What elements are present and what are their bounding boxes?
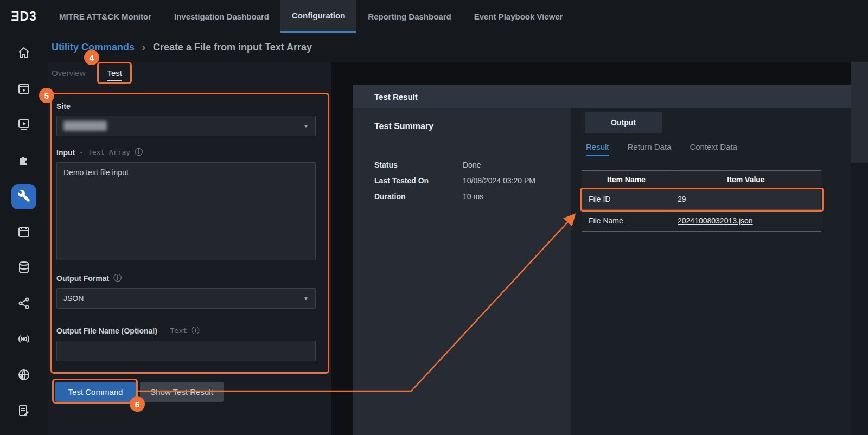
scrollbar-thumb[interactable] <box>851 62 868 163</box>
header-item-name: Item Name <box>582 171 671 188</box>
sidebar-item-playbooks[interactable] <box>0 107 48 143</box>
output-format-label-row: Output Format ⓘ <box>56 273 122 283</box>
sidebar-item-home[interactable] <box>0 36 48 72</box>
site-selected-value-redacted <box>63 121 107 131</box>
sidebar-item-user-access[interactable] <box>0 358 48 394</box>
wrench-icon <box>17 189 30 204</box>
duration-value: 10 ms <box>463 192 483 201</box>
info-icon[interactable]: ⓘ <box>192 325 200 336</box>
video-library-icon <box>17 118 30 133</box>
last-tested-value: 10/08/2024 03:20 PM <box>463 176 535 185</box>
input-label-row: Input - Text Array ⓘ <box>56 147 143 157</box>
summary-row-status: Status Done <box>374 161 535 169</box>
sidebar-item-broadcast[interactable] <box>0 322 48 358</box>
file-id-value-cell: 29 <box>671 189 821 209</box>
share-nodes-icon <box>17 297 30 312</box>
result-table: Item Name Item Value File ID 29 File Nam… <box>582 170 821 232</box>
last-tested-label: Last Tested On <box>374 176 463 185</box>
form-tabs: Overview Test <box>52 68 122 81</box>
result-table-header: Item Name Item Value <box>582 171 821 189</box>
breadcrumb-separator-icon: › <box>142 42 145 53</box>
sidebar-item-data[interactable] <box>0 251 48 286</box>
step-badge-5: 5 <box>39 88 54 103</box>
test-result-header: Test Result <box>353 85 868 108</box>
info-icon[interactable]: ⓘ <box>113 273 122 283</box>
subtab-return-data[interactable]: Return Data <box>628 142 672 156</box>
report-edit-icon <box>17 404 30 419</box>
nav-item-investigation-dashboard[interactable]: Investigation Dashboard <box>163 0 280 33</box>
puzzle-icon <box>17 153 30 169</box>
header-item-value: Item Value <box>671 171 821 188</box>
subtab-result[interactable]: Result <box>586 142 609 156</box>
file-name-value-cell: 20241008032013.json <box>671 210 821 231</box>
app-window: ƎD3 MITRE ATT&CK Monitor Investigation D… <box>0 0 868 435</box>
step-badge-6: 6 <box>130 396 145 412</box>
d3-logo: ƎD3 <box>0 0 48 33</box>
test-command-button[interactable]: Test Command <box>55 382 136 402</box>
nav-item-mitre-attck-monitor[interactable]: MITRE ATT&CK Monitor <box>48 0 163 33</box>
file-name-name-cell: File Name <box>582 210 671 231</box>
output-format-selected-value: JSON <box>63 294 84 303</box>
step-badge-4: 4 <box>84 50 99 65</box>
info-icon[interactable]: ⓘ <box>135 147 143 157</box>
calendar-icon <box>17 225 30 240</box>
output-format-label: Output Format <box>56 274 109 283</box>
chevron-down-icon: ▼ <box>303 296 309 302</box>
utilities-active-highlight <box>11 184 36 209</box>
tab-overview[interactable]: Overview <box>52 68 86 81</box>
sidebar-item-utilities[interactable] <box>0 179 48 215</box>
top-nav: ƎD3 MITRE ATT&CK Monitor Investigation D… <box>0 0 868 33</box>
duration-label: Duration <box>374 192 463 201</box>
breadcrumb: Utility Commands › Create a File from in… <box>48 33 868 62</box>
tab-output[interactable]: Output <box>585 112 662 133</box>
nav-item-reporting-dashboard[interactable]: Reporting Dashboard <box>356 0 462 33</box>
test-summary-title: Test Summary <box>374 121 433 131</box>
user-globe-icon <box>17 368 30 383</box>
broadcast-icon <box>17 332 30 348</box>
sidebar-item-calendar[interactable] <box>0 215 48 251</box>
test-summary-region <box>353 108 571 435</box>
output-file-type-hint: - Text <box>162 327 187 335</box>
site-select[interactable]: ▼ <box>56 116 316 136</box>
subtab-context-data[interactable]: Context Data <box>690 142 737 156</box>
home-icon <box>17 46 30 61</box>
output-subtabs: Result Return Data Context Data <box>586 142 737 156</box>
summary-row-duration: Duration 10 ms <box>374 192 535 201</box>
test-summary-rows: Status Done Last Tested On 10/08/2024 03… <box>374 161 535 201</box>
status-label: Status <box>374 161 463 169</box>
schedule-play-icon <box>17 82 30 97</box>
output-file-name-input[interactable] <box>56 341 316 361</box>
sidebar-item-integrations[interactable] <box>0 143 48 179</box>
file-name-link[interactable]: 20241008032013.json <box>678 216 753 225</box>
sidebar-item-reports[interactable] <box>0 394 48 430</box>
output-file-label-row: Output File Name (Optional) - Text ⓘ <box>56 325 200 336</box>
chevron-down-icon: ▼ <box>303 123 309 129</box>
output-file-name-label: Output File Name (Optional) <box>56 327 157 335</box>
nav-item-event-playbook-viewer[interactable]: Event Playbook Viewer <box>463 0 575 33</box>
sidebar-item-connections[interactable] <box>0 286 48 322</box>
input-type-hint: - Text Array <box>79 148 130 156</box>
site-label: Site <box>56 102 71 111</box>
output-region <box>571 108 868 435</box>
table-row-file-id: File ID 29 <box>582 189 821 210</box>
database-icon <box>17 261 30 276</box>
input-label: Input <box>56 148 75 157</box>
input-textarea[interactable]: Demo text file input <box>56 162 316 260</box>
output-format-select[interactable]: JSON ▼ <box>56 288 316 309</box>
nav-item-configuration[interactable]: Configuration <box>280 0 356 33</box>
show-test-result-button[interactable]: Show Test Result <box>140 382 224 402</box>
table-row-file-name: File Name 20241008032013.json <box>582 210 821 231</box>
summary-row-last-tested: Last Tested On 10/08/2024 03:20 PM <box>374 176 535 185</box>
status-value: Done <box>463 161 481 169</box>
tab-test[interactable]: Test <box>107 68 123 81</box>
test-result-title: Test Result <box>374 92 418 101</box>
page-title: Create a File from input Text Array <box>153 42 312 53</box>
sidebar-item-schedule[interactable] <box>0 72 48 107</box>
file-id-name-cell: File ID <box>582 189 671 209</box>
